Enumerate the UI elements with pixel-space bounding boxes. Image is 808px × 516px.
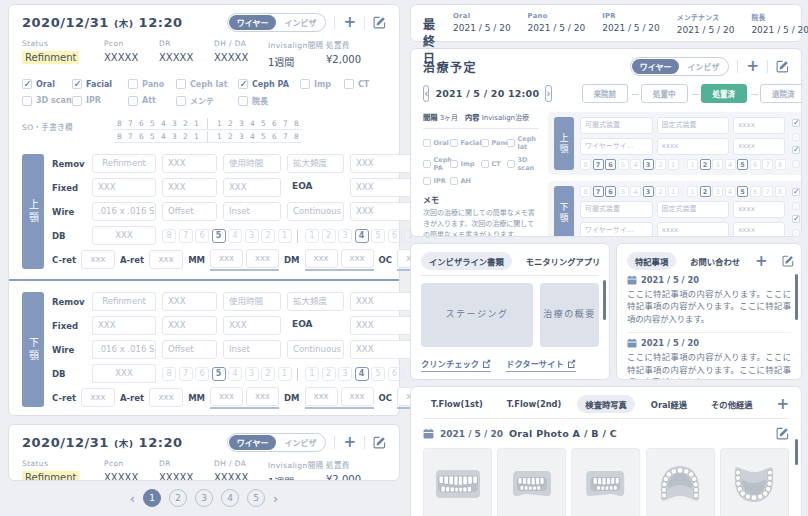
dm-field[interactable]: xxx: [341, 249, 374, 268]
add-button[interactable]: +: [746, 59, 759, 74]
tab[interactable]: お問い合わせ: [682, 252, 748, 270]
plan-field-input[interactable]: xxxx: [733, 138, 785, 155]
plan-checkbox[interactable]: CT: [481, 156, 507, 172]
dm-field[interactable]: xxx: [305, 249, 338, 268]
tooth-button[interactable]: 4: [725, 159, 736, 170]
field-box[interactable]: Offset: [162, 340, 217, 359]
tooth-button[interactable]: 1: [278, 367, 292, 381]
tooth-button[interactable]: 4: [630, 186, 641, 197]
tab[interactable]: 検査時写真: [577, 395, 635, 413]
mm-field[interactable]: xxx: [246, 387, 279, 406]
tooth-button[interactable]: 2: [655, 159, 666, 170]
plan-field-input[interactable]: xxxx: [733, 117, 785, 134]
plan-field-input[interactable]: xxxx: [657, 138, 730, 155]
add-button[interactable]: +: [343, 435, 356, 450]
mm-field[interactable]: xxx: [210, 249, 243, 268]
tooth-button[interactable]: 4: [630, 159, 641, 170]
external-link[interactable]: クリンチェック: [421, 357, 491, 372]
add-button[interactable]: +: [343, 15, 356, 30]
field-box[interactable]: XXX: [223, 316, 281, 335]
db-field[interactable]: XXX: [92, 364, 156, 383]
exam-checkbox[interactable]: Pano: [128, 79, 176, 89]
tooth-button[interactable]: 5: [737, 186, 748, 197]
tooth-button[interactable]: 2: [322, 367, 336, 381]
tooth-button[interactable]: 6: [750, 159, 761, 170]
plan-field-input[interactable]: 固定式装置: [657, 117, 730, 134]
ret-checkbox[interactable]: MM: [792, 215, 803, 223]
exam-checkbox[interactable]: Imp: [300, 79, 344, 89]
tooth-button[interactable]: 2: [655, 186, 666, 197]
exam-checkbox[interactable]: CT: [344, 79, 386, 89]
toggle-wire[interactable]: ワイヤー: [229, 435, 277, 450]
tab[interactable]: T.Flow(2nd): [499, 396, 570, 412]
field-box[interactable]: .016 x .016 SS: [92, 340, 156, 359]
tooth-button[interactable]: 3: [338, 367, 352, 381]
scrollbar[interactable]: [603, 280, 606, 320]
status-step-button[interactable]: 来院前: [582, 84, 629, 103]
tooth-button[interactable]: 1: [305, 229, 319, 243]
field-box[interactable]: EOA: [287, 178, 344, 197]
add-button[interactable]: +: [776, 397, 789, 412]
plan-checkbox[interactable]: Pano: [481, 135, 507, 151]
toggle-invisa[interactable]: インビザ: [679, 59, 727, 74]
plan-checkbox[interactable]: Ceph lat: [507, 135, 539, 151]
exam-checkbox[interactable]: IPR: [72, 95, 128, 106]
tooth-button[interactable]: 2: [261, 367, 275, 381]
tooth-button[interactable]: 3: [643, 186, 654, 197]
tooth-button[interactable]: 2: [322, 229, 336, 243]
tooth-button[interactable]: 5: [212, 367, 226, 381]
toggle-invisa[interactable]: インビザ: [276, 15, 324, 30]
tooth-button[interactable]: 1: [687, 186, 698, 197]
mm-field[interactable]: xxx: [210, 387, 243, 406]
external-link[interactable]: ドクターサイト: [506, 357, 576, 372]
ret-checkbox[interactable]: A-ret: [792, 188, 803, 196]
tab[interactable]: その他経過: [703, 395, 761, 413]
pagination-prev-icon[interactable]: ‹: [130, 492, 135, 505]
plan-checkbox[interactable]: Facial: [450, 135, 481, 151]
tooth-button[interactable]: 4: [725, 186, 736, 197]
tooth-button[interactable]: 1: [668, 186, 679, 197]
exam-checkbox[interactable]: Facial: [72, 79, 128, 89]
field-box[interactable]: XXX: [162, 316, 217, 335]
toggle-wire[interactable]: ワイヤー: [229, 15, 277, 30]
tooth-button[interactable]: 5: [737, 159, 748, 170]
oral-photo-upper-arch[interactable]: [646, 448, 715, 516]
plan-field-input[interactable]: ワイヤーサイ…: [580, 222, 653, 237]
tooth-button[interactable]: 4: [355, 229, 369, 243]
tooth-button[interactable]: 3: [245, 229, 259, 243]
tab[interactable]: Oral経過: [643, 395, 695, 413]
tooth-button[interactable]: 7: [762, 159, 773, 170]
add-button[interactable]: +: [755, 254, 768, 269]
oral-photo-left-side[interactable]: [571, 448, 640, 516]
tooth-button[interactable]: 6: [605, 159, 616, 170]
exam-checkbox[interactable]: Oral: [22, 79, 72, 89]
tooth-button[interactable]: 7: [179, 229, 193, 243]
field-box[interactable]: 使用時間: [223, 154, 281, 173]
exam-checkbox[interactable]: Att: [128, 95, 176, 106]
page-button[interactable]: 2: [169, 489, 187, 507]
field-box[interactable]: XXX: [162, 178, 217, 197]
field-box[interactable]: XXX: [92, 316, 156, 335]
field-box[interactable]: 拡大頻度: [287, 154, 344, 173]
tooth-button[interactable]: 3: [245, 367, 259, 381]
status-step-button[interactable]: 処置中: [641, 84, 688, 103]
field-box[interactable]: .016 x .016 SS: [92, 202, 156, 221]
tab[interactable]: モニタリングアプリ: [518, 252, 609, 270]
plan-checkbox[interactable]: 3D scan: [507, 156, 539, 172]
ret-checkbox[interactable]: C-ret: [792, 202, 803, 210]
tab[interactable]: 特記事項: [627, 252, 676, 270]
field-box[interactable]: XXX: [223, 178, 281, 197]
aret-field[interactable]: xxx: [149, 250, 183, 269]
page-button[interactable]: 5: [247, 489, 265, 507]
tooth-button[interactable]: 5: [212, 229, 226, 243]
plan-checkbox[interactable]: Ceph PA: [423, 156, 450, 172]
tooth-button[interactable]: 1: [278, 229, 292, 243]
field-box[interactable]: Refinment: [92, 292, 156, 311]
plan-field-input[interactable]: xxxx: [733, 222, 785, 237]
tooth-button[interactable]: 6: [388, 229, 402, 243]
tooth-button[interactable]: 8: [580, 159, 591, 170]
tooth-button[interactable]: 2: [261, 229, 275, 243]
tooth-button[interactable]: 8: [775, 186, 786, 197]
field-box[interactable]: XXX: [162, 292, 217, 311]
wire-invisa-toggle[interactable]: ワイヤー インビザ: [630, 57, 730, 76]
